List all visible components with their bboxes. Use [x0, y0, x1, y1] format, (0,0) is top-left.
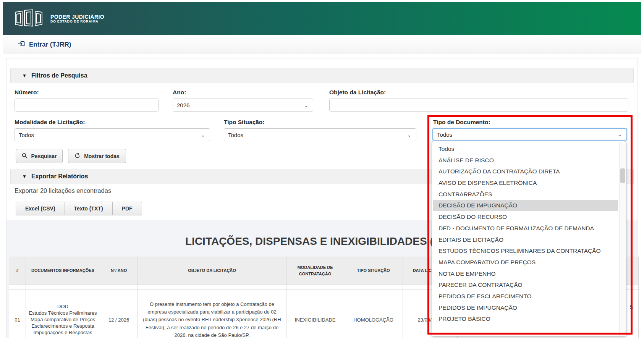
cell-situacao: HOMOLOGAÇÃO	[344, 289, 403, 338]
mostrar-todas-label: Mostrar todas	[84, 153, 120, 159]
dropdown-option[interactable]: PROJETO BÁSICO	[433, 313, 618, 325]
refresh-icon	[74, 153, 80, 160]
pesquisar-label: Pesquisar	[31, 153, 57, 159]
export-button-group: Excel (CSV) Texto (TXT) PDF	[16, 202, 142, 215]
login-link[interactable]: Entrar (TJRR)	[18, 40, 71, 50]
export-summary: Exportar 20 licitações encontradas	[15, 187, 111, 194]
search-icon	[22, 153, 28, 160]
partial-text-fragment: S	[629, 304, 633, 310]
mostrar-todas-button[interactable]: Mostrar todas	[68, 149, 126, 163]
filters-section-header[interactable]: ▼ Filtros de Pesquisa	[10, 68, 634, 83]
documento-select-value: Todos	[437, 131, 452, 138]
col-header-objeto: OBJETO DA LICITAÇÃO	[138, 257, 286, 285]
brand: PODER JUDICIÁRIO DO ESTADO DE RORAIMA	[13, 9, 104, 28]
dropdown-option[interactable]: EDITAIS DE LICITAÇÃO	[433, 234, 618, 246]
col-header-index: #	[9, 257, 26, 285]
documento-select[interactable]: Todos ⌄	[432, 128, 627, 141]
situacao-label: Tipo Situação:	[224, 119, 265, 126]
chevron-down-icon: ⌄	[618, 132, 622, 137]
export-section-title: Exportar Relatórios	[31, 173, 88, 180]
page: PODER JUDICIÁRIO DO ESTADO DE RORAIMA En…	[0, 0, 644, 338]
login-label: Entrar (TJRR)	[29, 41, 71, 49]
dropdown-option-highlighted[interactable]: DECISÃO DE IMPUGNAÇÃO	[433, 200, 618, 211]
ano-label: Ano:	[173, 89, 186, 96]
numero-input[interactable]	[15, 99, 159, 112]
dropdown-option[interactable]: AVISO DE DISPENSA ELETRÔNICA	[433, 177, 618, 189]
cell-numero-ano: 12 / 2026	[100, 289, 138, 338]
dropdown-option[interactable]: NOTA DE EMPENHO	[433, 268, 618, 280]
dropdown-option[interactable]: CONTRARRAZÕES	[433, 189, 618, 200]
cell-modalidade: INEXIGIBILIDADE	[286, 289, 344, 338]
collapse-triangle-icon: ▼	[22, 73, 27, 78]
brand-line1: PODER JUDICIÁRIO	[50, 14, 104, 20]
brand-line2: DO ESTADO DE RORAIMA	[50, 20, 104, 23]
login-icon	[18, 40, 26, 50]
chevron-down-icon: ⌄	[304, 102, 308, 108]
numero-label: Número:	[15, 89, 39, 96]
objeto-input[interactable]	[329, 99, 628, 112]
dropdown-option[interactable]: DFD - DOCUMENTO DE FORMALIZAÇÃO DE DEMAN…	[433, 223, 618, 234]
export-pdf-button[interactable]: PDF	[112, 202, 142, 215]
cell-row-number: 01	[9, 289, 26, 338]
document-link[interactable]: Impugnações e Respostas	[28, 330, 97, 336]
dropdown-options: Todos ANÁLISE DE RISCO AUTORIZAÇÃO DA CO…	[432, 143, 626, 325]
collapse-triangle-icon: ▼	[22, 174, 27, 179]
situacao-select[interactable]: Todos ⌄	[224, 128, 416, 141]
chevron-down-icon: ⌄	[407, 132, 411, 138]
modalidade-label: Modalidade de Licitação:	[15, 119, 85, 126]
chevron-down-icon: ⌄	[201, 132, 205, 138]
ano-select[interactable]: 2026 ⌄	[173, 99, 313, 112]
tjrr-logo-icon	[13, 9, 47, 28]
documento-dropdown-list: Todos ANÁLISE DE RISCO AUTORIZAÇÃO DA CO…	[432, 141, 626, 336]
ano-select-value: 2026	[177, 102, 189, 108]
dropdown-scrollbar[interactable]	[619, 142, 626, 336]
dropdown-option[interactable]: ANÁLISE DE RISCO	[433, 155, 618, 166]
dropdown-option[interactable]: DECISÃO DO RECURSO	[433, 211, 618, 223]
export-csv-button[interactable]: Excel (CSV)	[16, 202, 65, 215]
filters-section-title: Filtros de Pesquisa	[31, 72, 87, 79]
export-txt-button[interactable]: Texto (TXT)	[65, 202, 113, 215]
documento-label: Tipo de Documento:	[433, 119, 490, 126]
col-header-situacao: TIPO SITUAÇÃO	[344, 257, 403, 285]
col-header-documentos: DOCUMENTOS INFORMAÇÕES	[26, 257, 100, 285]
dropdown-option[interactable]: ESTUDOS TÉCNICOS PRELIMINARES DA CONTRAT…	[433, 245, 618, 257]
dropdown-option[interactable]: PEDIDOS DE ESCLARECIMENTO	[433, 291, 618, 302]
modalidade-select[interactable]: Todos ⌄	[15, 128, 210, 141]
dropdown-option[interactable]: AUTORIZAÇÃO DA CONTRATAÇÃO DIRETA	[433, 166, 618, 177]
document-link[interactable]: Esclarecimentos e Resposta	[28, 323, 97, 330]
col-header-modalidade: MODALIDADE DE CONTRATAÇÃO	[286, 257, 344, 285]
pesquisar-button[interactable]: Pesquisar	[16, 149, 63, 163]
results-title: LICITAÇÕES, DISPENSAS E INEXIGIBILIDADES…	[185, 235, 439, 247]
dropdown-option[interactable]: PEDIDOS DE IMPUGNAÇÃO	[433, 302, 618, 314]
objeto-label: Objeto da Licitação:	[329, 89, 386, 96]
document-link[interactable]: Mapa comparativo de Preços	[28, 317, 97, 323]
dropdown-option[interactable]: MAPA COMPARATIVO DE PREÇOS	[433, 257, 618, 268]
cell-documentos: DOD Estudos Técnicos Preliminares Mapa c…	[26, 289, 100, 338]
col-header-numero-ano: N°/ ANO	[100, 257, 138, 285]
document-link[interactable]: Estudos Técnicos Preliminares	[28, 310, 97, 317]
situacao-select-value: Todos	[228, 132, 243, 138]
document-link[interactable]: DOD	[28, 304, 97, 310]
dropdown-scrollbar-thumb[interactable]	[620, 168, 625, 183]
dropdown-option[interactable]: Todos	[433, 143, 618, 155]
login-bar: Entrar (TJRR)	[3, 35, 641, 54]
app-header: PODER JUDICIÁRIO DO ESTADO DE RORAIMA	[3, 2, 641, 35]
modalidade-select-value: Todos	[19, 132, 34, 138]
brand-text: PODER JUDICIÁRIO DO ESTADO DE RORAIMA	[50, 14, 104, 23]
dropdown-option[interactable]: PARECER DA CONTRATAÇÃO	[433, 279, 618, 291]
cell-objeto: O presente instrumento tem por objeto a …	[138, 289, 286, 338]
